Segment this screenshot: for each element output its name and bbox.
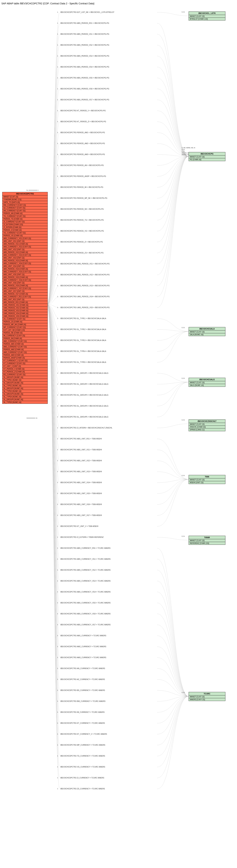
card-one: 1 <box>57 493 58 494</box>
main-field: ABS_UNIT_VG7 [UNIT (3)] <box>2 290 47 293</box>
main-field: SL_GROUP4 [NUMC (4)] <box>2 393 47 396</box>
relationship-label: /BEV3/CHCDPCTR2-BW_CURRENCY = TCURC-WAER… <box>60 700 105 702</box>
card-one: 1 <box>57 777 58 779</box>
main-field: IM_CURRENCY [CUKY (5)] <box>2 334 47 337</box>
main-field: ABS_UNIT_VG2 [UNIT (3)] <box>2 248 47 251</box>
main-field: SL_TYPE3 [NUMC (4)] <box>2 390 47 393</box>
related-field: BTRGLST [CHAR (13)] <box>189 18 225 20</box>
relationship-label: /BEV3/CHCDPCTR2-IM_CURRENCY = TCURC-WAER… <box>60 711 105 713</box>
card-zero-n: 0..N <box>182 419 184 421</box>
relationship-label: /BEV3/CHCDPCTR2-ABS_UNIT_RS1 = T006-MSEH… <box>60 438 102 440</box>
main-field: UMS_PERIOD_VG5 [CHAR (4)] <box>2 315 47 318</box>
main-field: PERIOD_VG [CHAR (4)] <box>2 235 47 237</box>
main-field: VG_CURRENCY [CUKY (5)] <box>2 231 47 235</box>
main-field: UMS_PERIOD_VG2 [CHAR (4)] <box>2 307 47 309</box>
main-field: SL_TYPE5 [NUMC (4)] <box>2 401 47 404</box>
relationship-label: /BEV3/CHCDPCTR2-PERIOD_TG = /BEV3/CHCPG-… <box>60 219 104 221</box>
relationship-label: /BEV3/CHCDPCTR2-ABS_PERIOD_VG5 = /BEV3/C… <box>60 77 109 79</box>
relationship-label: /BEV3/CHCDPCTR2-ABS_PERIOD_VG1 = /BEV3/C… <box>60 33 109 35</box>
related-field: MANDT [CLNT (3)] <box>189 156 225 158</box>
relationship-label: /BEV3/CHCDPCTR2-AZ_CURRENCY = TCURC-WAER… <box>60 678 105 680</box>
card-one: 1 <box>57 383 58 385</box>
card-one: 1 <box>57 503 58 505</box>
main-field: ABS_UNIT_RS1 [UNIT (3)] <box>2 298 47 301</box>
card-one: 1 <box>57 744 58 746</box>
card-one: 1 <box>57 219 58 221</box>
card-one: 1 <box>57 580 58 582</box>
related-table-box: T056RMANDT [CLNT (3)]REFERENZ [CHAR (10)… <box>189 536 225 545</box>
card-one: 1 <box>57 733 58 735</box>
card-zero-n: 0..N <box>182 535 184 537</box>
relationship-label: /BEV3/CHCDPCTR2-PERIOD_AM2 = /BEV3/CHCPG… <box>60 143 105 145</box>
relationship-label: /BEV3/CHCDPCTR2-PERIOD_ZI = /BEV3/CHCPG-… <box>60 241 103 243</box>
card-one: 1 <box>57 164 58 166</box>
card-one: 1 <box>57 230 58 232</box>
main-field: AZ_CURRENCY [CUKY (5)] <box>2 207 47 209</box>
card-one: 1 <box>57 263 58 265</box>
main-field: DATE_TO [DATS (8)] <box>2 201 47 204</box>
main-field: MANDT [CLNT (3)] <box>2 195 47 198</box>
card-one: 1 <box>57 44 58 46</box>
related-field: MANDT [CLNT (3)] <box>189 539 225 542</box>
main-field: SL_TYPE1 [NUMC (4)] <box>2 379 47 381</box>
relationship-label: /BEV3/CHCDPCTR2-UMS_PERIOD_VG3 = /BEV3/C… <box>60 285 109 287</box>
relationship-label: /BEV3/CHCDPCTR2-KT_CURRENCY_V = TCURC-WA… <box>60 733 107 735</box>
card-one: 1 <box>57 329 58 330</box>
main-field: SL_GROUP1 [NUMC (4)] <box>2 376 47 379</box>
main-field: PERIOD_AM3 [CHAR (4)] <box>2 354 47 356</box>
main-field: ABS_UNIT_VG1 [UNIT (3)] <box>2 240 47 243</box>
main-field: ABS_PERIOD_VG1 [CHAR (4)] <box>2 243 47 245</box>
related-field: MANDT [CLNT (3)] <box>189 695 225 698</box>
main-field: KT_PERIOD_ZI [CHAR (4)] <box>2 370 47 373</box>
card-zero-n: 0..N0..N0N0..N0..N 0..N 0..N 0N0N0..N 0N… <box>182 147 195 156</box>
card-one: 1 <box>57 394 58 396</box>
main-field: ABS_CURRENCY_VG7 [CUKY (5)] <box>2 287 47 290</box>
relationship-label: /BEV3/CHCDPCTR2-SL_GROUP4 = /BEV3/CHCSAL… <box>60 405 108 407</box>
card-one: 1 <box>57 613 58 615</box>
relationship-label: /BEV3/CHCDPCTR2-ABS_CURRENCY_VG6 = TCURC… <box>60 613 111 615</box>
relationship-label: /BEV3/CHCDPCTR2-PERIOD_AM1 = /BEV3/CHCPG… <box>60 132 105 133</box>
main-field: ABS_UNIT_VG5 [UNIT (3)] <box>2 273 47 276</box>
main-field: BS_CURRENCY [CUKY (5)] <box>2 373 47 376</box>
main-field: AM3_CURRENCY [CUKY (5)] <box>2 351 47 354</box>
card-one: 1 <box>57 241 58 243</box>
card-one: 1 <box>57 700 58 702</box>
related-table-box: /BEV3/CHCZNSCHLTMANDT [CLNT (3)]ZNSCHL [… <box>189 420 225 431</box>
card-one: 1 <box>57 624 58 625</box>
card-one: 1 <box>57 722 58 724</box>
relationship-label: /BEV3/CHCDPCTR2-BS_CURRENCY = TCURC-WAER… <box>60 689 105 691</box>
main-field: PERIOD_ZI [CHAR (4)] <box>2 229 47 231</box>
card-zero-n: 0..N <box>182 327 184 329</box>
main-field: PERIOD_TG [CHAR (4)] <box>2 218 47 220</box>
related-field: SALA [NUMC (4)] <box>189 333 225 336</box>
relationship-label: /BEV3/CHCDPCTR2-ABS_UNIT_VG7 = T006-MSEH… <box>60 515 102 516</box>
main-field: ZS_CURRENCY [CUKY (5)] <box>2 318 47 320</box>
relationship-label: /BEV3/CHCDPCTR2-ABS_PERIOD_VG4 = /BEV3/C… <box>60 66 109 68</box>
main-field: AM1_CURRENCY [CUKY (5)] <box>2 340 47 343</box>
card-one: 1 <box>57 208 58 210</box>
main-field: UMS_PERIOD_VG3 [CHAR (4)] <box>2 309 47 312</box>
related-field: MANDT [CLNT (3)] <box>189 478 225 481</box>
relationship-label: /BEV3/CHCDPCTR2-ABS_PERIOD_VG7 = /BEV3/C… <box>60 99 109 101</box>
card-one: 1 <box>57 361 58 363</box>
main-field: PERIOD_AN [CHAR (4)] <box>2 212 47 215</box>
main-field: ABS_CURRENCY_VG3 [CUKY (5)] <box>2 254 47 256</box>
main-field: ABS_CURRENCY_RS1 [CUKY (5)] <box>2 296 47 298</box>
card-zero-n: 0..N <box>182 377 184 379</box>
card-one: 1 <box>57 99 58 100</box>
card-one: 1 <box>57 350 58 352</box>
main-table-box: /BEV3/CHCDPCTR2 MANDT [CLNT (3)]YVWDNR [… <box>2 192 48 404</box>
main-field: YVWDNR [NUMC (13)] <box>2 198 47 201</box>
main-table-header: /BEV3/CHCDPCTR2 <box>2 192 47 195</box>
card-one: 1 <box>57 33 58 35</box>
card-one: 1 <box>57 77 58 79</box>
card-one: 1 <box>57 460 58 461</box>
relationship-label: /BEV3/CHCDPCTR2-PERIOD_MP_NK = /BEV3/CHC… <box>60 197 107 199</box>
card-one: 1 <box>57 55 58 57</box>
main-field: SL_GROUP2 [NUMC (4)] <box>2 381 47 384</box>
related-table-header: T006 <box>189 475 225 478</box>
card-one: 1 <box>57 175 58 177</box>
relationship-label: /BEV3/CHCDPCTR2-TG_CURRENCY = TCURC-WAER… <box>60 755 105 757</box>
card-one: 1 <box>57 646 58 647</box>
card-zero-n: 0..N <box>182 11 184 13</box>
